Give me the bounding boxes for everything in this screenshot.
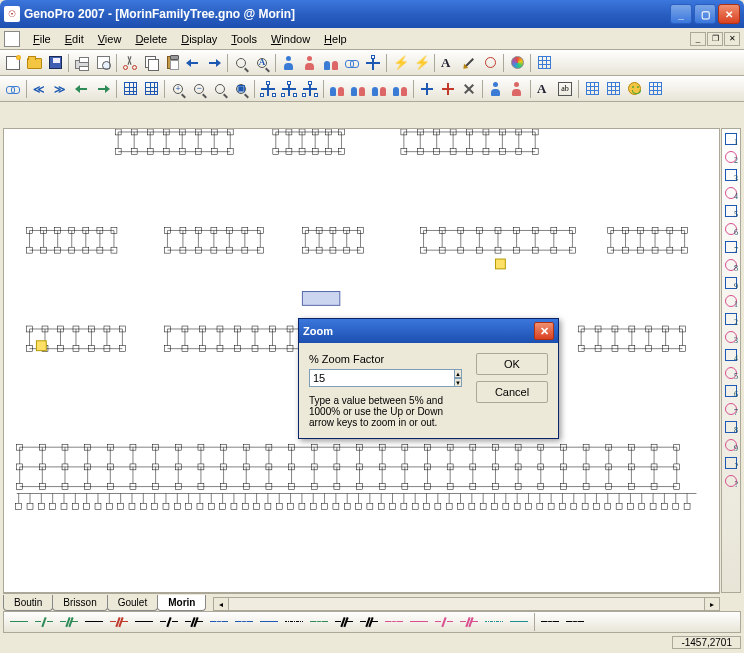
tb-fit[interactable]: ▣ [231, 79, 251, 99]
rtb-6[interactable]: 7 [722, 238, 740, 256]
tb-open[interactable] [24, 53, 44, 73]
tb-chev-left[interactable]: ≪ [30, 79, 50, 99]
tb-paste[interactable] [162, 53, 182, 73]
btb-dash[interactable] [132, 612, 156, 632]
tb-text-box[interactable]: ab [555, 79, 575, 99]
tb-tree-down[interactable] [279, 79, 299, 99]
tb-person-blue[interactable] [486, 79, 506, 99]
tb-people[interactable] [327, 79, 347, 99]
btb-blue-wave[interactable] [232, 612, 256, 632]
btb-pink-dash[interactable] [407, 612, 431, 632]
btb-green-solid[interactable] [7, 612, 31, 632]
menu-file[interactable]: File [26, 31, 58, 47]
btb-x-line[interactable] [357, 612, 381, 632]
rtb-9[interactable]: 1 [722, 292, 740, 310]
rtb-13[interactable]: 5 [722, 364, 740, 382]
mdi-minimize[interactable]: _ [690, 32, 706, 46]
tab-brisson[interactable]: Brisson [52, 595, 107, 611]
tb-grid[interactable] [534, 53, 554, 73]
tb-new-person2[interactable] [300, 53, 320, 73]
hscroll[interactable]: ◂ ▸ [213, 597, 720, 611]
btb-blue-dash[interactable] [257, 612, 281, 632]
rtb-1[interactable]: 2 [722, 148, 740, 166]
ok-button[interactable]: OK [476, 353, 548, 375]
tb-preview[interactable] [93, 53, 113, 73]
tab-boutin[interactable]: Boutin [3, 595, 53, 611]
tb-find[interactable] [231, 53, 251, 73]
tb-color[interactable] [507, 53, 527, 73]
tb-grid-dots[interactable] [645, 79, 665, 99]
tb-save[interactable] [45, 53, 65, 73]
btb-teal-dash[interactable] [507, 612, 531, 632]
minimize-button[interactable]: _ [670, 4, 692, 24]
rtb-0[interactable]: 1 [722, 130, 740, 148]
tb-pen[interactable] [459, 53, 479, 73]
tb-redo[interactable] [204, 53, 224, 73]
btb-dash-slash[interactable] [157, 612, 181, 632]
tb-print[interactable] [72, 53, 92, 73]
tb-grid-large[interactable] [582, 79, 602, 99]
btb-green-dslash[interactable] [57, 612, 81, 632]
tb-copy[interactable] [141, 53, 161, 73]
tab-goulet[interactable]: Goulet [107, 595, 158, 611]
btb-pink-wave[interactable] [382, 612, 406, 632]
btb-zig[interactable] [563, 612, 587, 632]
cancel-button[interactable]: Cancel [476, 381, 548, 403]
tb-bolt2[interactable]: ⚡ [411, 53, 431, 73]
rtb-14[interactable]: 6 [722, 382, 740, 400]
tb-cross-blue[interactable] [417, 79, 437, 99]
zoom-input[interactable] [309, 369, 455, 387]
tb-tree-both[interactable] [300, 79, 320, 99]
rtb-4[interactable]: 5 [722, 202, 740, 220]
dialog-close-button[interactable]: ✕ [534, 322, 554, 340]
menu-delete[interactable]: Delete [128, 31, 174, 47]
rtb-2[interactable]: 3 [722, 166, 740, 184]
btb-green-wave[interactable] [307, 612, 331, 632]
tb-people2[interactable] [348, 79, 368, 99]
hscroll-left[interactable]: ◂ [213, 597, 229, 611]
tb-bolt[interactable]: ⚡ [390, 53, 410, 73]
tb-link-persons[interactable] [342, 53, 362, 73]
tb-cross-red[interactable] [438, 79, 458, 99]
rtb-15[interactable]: 7 [722, 400, 740, 418]
tb-people3[interactable] [369, 79, 389, 99]
btb-red-dslash[interactable] [107, 612, 131, 632]
tb-chev-right[interactable]: ≫ [51, 79, 71, 99]
mdi-close[interactable]: ✕ [724, 32, 740, 46]
menu-display[interactable]: Display [174, 31, 224, 47]
tb-new-person[interactable] [279, 53, 299, 73]
rtb-10[interactable]: 2 [722, 310, 740, 328]
menu-view[interactable]: View [91, 31, 129, 47]
btb-pink-slash[interactable] [432, 612, 456, 632]
hscroll-track[interactable] [229, 597, 704, 611]
hscroll-right[interactable]: ▸ [704, 597, 720, 611]
rtb-18[interactable]: ? [722, 454, 740, 472]
close-button[interactable]: ✕ [718, 4, 740, 24]
tb-link-parents[interactable] [363, 53, 383, 73]
tab-morin[interactable]: Morin [157, 595, 206, 611]
tb-cross-x[interactable] [459, 79, 479, 99]
tb-person-pink[interactable] [507, 79, 527, 99]
tb-table[interactable] [120, 79, 140, 99]
rtb-7[interactable]: 8 [722, 256, 740, 274]
rtb-12[interactable]: 4 [722, 346, 740, 364]
tb-replace[interactable]: A [252, 53, 272, 73]
tb-table-cols[interactable] [141, 79, 161, 99]
btb-dslash-tall[interactable] [332, 612, 356, 632]
dialog-titlebar[interactable]: Zoom ✕ [299, 319, 558, 343]
spin-up[interactable]: ▲ [455, 369, 462, 378]
rtb-17[interactable]: 9 [722, 436, 740, 454]
btb-teal-dot[interactable] [482, 612, 506, 632]
tb-grid-small[interactable] [603, 79, 623, 99]
menu-help[interactable]: Help [317, 31, 354, 47]
btb-black-solid[interactable] [82, 612, 106, 632]
tb-zoom-in[interactable]: + [168, 79, 188, 99]
spin-down[interactable]: ▼ [455, 378, 462, 387]
tb-undo[interactable] [183, 53, 203, 73]
btb-pink-dslash[interactable] [457, 612, 481, 632]
tb-new[interactable] [3, 53, 23, 73]
tb-people4[interactable] [390, 79, 410, 99]
rtb-19[interactable]: ? [722, 472, 740, 490]
tb-cut[interactable] [120, 53, 140, 73]
btb-green-slash[interactable] [32, 612, 56, 632]
